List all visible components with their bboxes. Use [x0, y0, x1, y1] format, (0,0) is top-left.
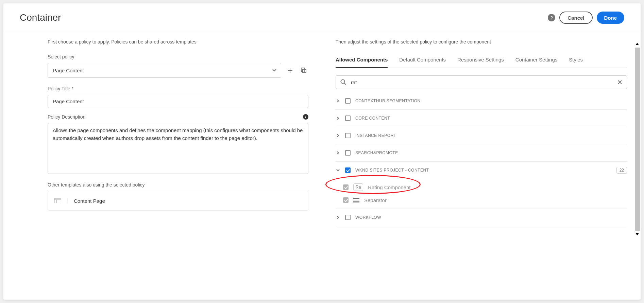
add-policy-button[interactable]	[285, 66, 295, 75]
cancel-button[interactable]: Cancel	[559, 12, 592, 24]
group-title: INSTANCE REPORT	[355, 133, 396, 138]
group-toggle-search-promote[interactable]: SEARCH&PROMOTE	[336, 144, 627, 161]
dialog-topbar: Container ? Cancel Done	[3, 3, 641, 32]
info-icon[interactable]: i	[303, 114, 308, 120]
group-toggle-workflow[interactable]: WORKFLOW	[336, 209, 627, 226]
component-search	[336, 75, 627, 89]
group-title: CONTEXTHUB SEGMENTATION	[355, 99, 421, 103]
component-name: Rating Component	[368, 184, 410, 190]
chevron-down-icon	[336, 168, 340, 172]
duplicate-policy-button[interactable]	[299, 66, 308, 75]
search-icon	[340, 79, 346, 85]
chevron-right-icon	[336, 99, 340, 103]
policy-description-textarea[interactable]: Allows the page components and defines t…	[48, 123, 308, 174]
tab-default-components[interactable]: Default Components	[399, 57, 446, 68]
help-icon[interactable]: ?	[548, 14, 555, 21]
group-search-promote: SEARCH&PROMOTE	[336, 144, 627, 162]
chevron-right-icon	[336, 134, 340, 137]
component-item-rating[interactable]: Ra Rating Component	[343, 181, 627, 194]
tab-container-settings[interactable]: Container Settings	[515, 57, 557, 68]
done-button[interactable]: Done	[597, 12, 625, 24]
tab-responsive-settings[interactable]: Responsive Settings	[457, 57, 504, 68]
group-title: SEARCH&PROMOTE	[355, 150, 398, 155]
container-dialog: Container ? Cancel Done First choose a p…	[3, 3, 641, 300]
chevron-right-icon	[336, 151, 340, 155]
tab-allowed-components[interactable]: Allowed Components	[336, 57, 388, 68]
checkbox-instance-report[interactable]	[345, 133, 351, 138]
group-title: WORKFLOW	[355, 215, 381, 220]
checkbox-separator[interactable]	[343, 197, 349, 203]
settings-tabs: Allowed Components Default Components Re…	[336, 57, 627, 68]
group-wknd-sites-project: WKND SITES PROJECT - CONTENT 22 Ra Ratin…	[336, 162, 627, 209]
group-toggle-core-content[interactable]: CORE CONTENT	[336, 110, 627, 127]
group-core-content: CORE CONTENT	[336, 110, 627, 127]
svg-point-5	[341, 80, 345, 84]
checkbox-contexthub[interactable]	[345, 98, 351, 104]
svg-line-6	[344, 83, 346, 85]
policy-panel: First choose a policy to apply. Policies…	[3, 32, 322, 300]
checkbox-workflow[interactable]	[345, 215, 351, 220]
checkbox-rating[interactable]	[343, 184, 349, 190]
group-instance-report: INSTANCE REPORT	[336, 127, 627, 144]
policy-title-label: Policy Title *	[48, 86, 308, 91]
checkbox-wknd[interactable]	[345, 167, 351, 173]
dialog-title: Container	[20, 12, 61, 23]
policy-description-label: Policy Description	[48, 114, 85, 120]
other-templates-label: Other templates also using the selected …	[48, 182, 308, 188]
group-title: WKND SITES PROJECT - CONTENT	[355, 168, 429, 173]
group-contexthub-segmentation: CONTEXTHUB SEGMENTATION	[336, 92, 627, 110]
template-name: Content Page	[68, 198, 105, 204]
group-count-badge: 22	[616, 167, 627, 174]
chevron-right-icon	[336, 117, 340, 120]
scroll-up-icon[interactable]	[635, 43, 639, 45]
group-toggle-instance-report[interactable]: INSTANCE REPORT	[336, 127, 627, 144]
group-toggle-wknd[interactable]: WKND SITES PROJECT - CONTENT 22	[336, 162, 627, 179]
template-row: Content Page	[48, 191, 308, 211]
chevron-right-icon	[336, 216, 340, 219]
svg-rect-2	[54, 198, 61, 203]
settings-panel: Then adjust the settings of the selected…	[322, 32, 641, 300]
component-item-separator[interactable]: Separator	[343, 194, 627, 207]
policy-title-input[interactable]	[48, 95, 308, 108]
group-title: CORE CONTENT	[355, 116, 390, 121]
checkbox-search-promote[interactable]	[345, 150, 351, 156]
template-icon	[48, 198, 68, 203]
component-name: Separator	[364, 197, 387, 203]
settings-intro: Then adjust the settings of the selected…	[336, 39, 627, 44]
group-toggle-contexthub[interactable]: CONTEXTHUB SEGMENTATION	[336, 92, 627, 109]
component-abbr: Ra	[353, 183, 363, 191]
component-search-input[interactable]	[336, 75, 627, 89]
select-policy-label: Select policy	[48, 54, 281, 59]
tab-styles[interactable]: Styles	[569, 57, 583, 68]
clear-search-icon[interactable]	[617, 80, 622, 85]
select-policy-dropdown[interactable]: Page Content	[48, 63, 281, 78]
checkbox-core-content[interactable]	[345, 115, 351, 121]
group-workflow: WORKFLOW	[336, 209, 627, 226]
policy-intro: First choose a policy to apply. Policies…	[48, 39, 308, 44]
separator-icon	[353, 198, 359, 202]
scrollbar[interactable]	[635, 48, 640, 231]
scroll-down-icon[interactable]	[635, 233, 639, 235]
